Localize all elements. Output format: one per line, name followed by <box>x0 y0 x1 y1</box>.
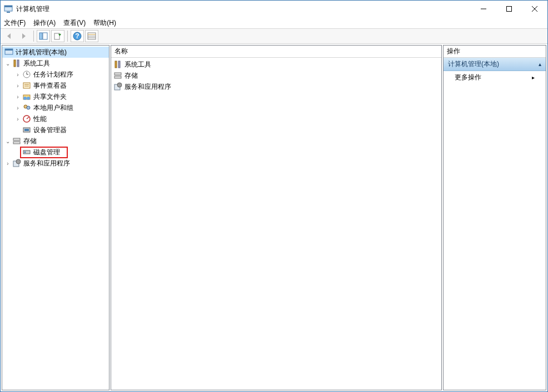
caret-collapsed-icon[interactable]: › <box>4 160 11 167</box>
content-area: 计算机管理(本地) ⌄ 系统工具 › 任务计划程序 › <box>1 44 547 391</box>
show-hide-tree-button[interactable] <box>37 30 50 42</box>
svg-rect-21 <box>14 60 16 67</box>
tree-item-label: 事件查看器 <box>32 81 68 91</box>
action-panel-header-label: 操作 <box>447 47 460 56</box>
storage-icon <box>113 71 122 80</box>
svg-marker-8 <box>22 33 26 39</box>
action-panel: 操作 计算机管理(本地) ▴ 更多操作 ▸ <box>443 45 546 390</box>
menu-file[interactable]: 文件(F) <box>4 18 26 28</box>
svg-text:?: ? <box>75 32 79 40</box>
services-apps-icon <box>113 82 122 91</box>
tree-root-item[interactable]: 计算机管理(本地) <box>2 47 109 58</box>
storage-icon <box>12 137 21 145</box>
help-button[interactable]: ? <box>71 30 84 42</box>
shared-folders-icon <box>22 92 31 101</box>
svg-rect-46 <box>114 73 121 75</box>
toolbar: ? <box>1 28 547 44</box>
collapse-caret-icon: ▴ <box>539 61 541 67</box>
list-column-header[interactable]: 名称 <box>111 46 441 58</box>
caret-collapsed-icon[interactable]: › <box>14 83 21 89</box>
svg-point-33 <box>27 106 30 109</box>
tree-item-services-apps[interactable]: › 服务和应用程序 <box>2 158 109 169</box>
svg-rect-38 <box>13 138 20 140</box>
action-section-label: 计算机管理(本地) <box>448 59 499 69</box>
tree-panel: 计算机管理(本地) ⌄ 系统工具 › 任务计划程序 › <box>2 45 109 390</box>
maximize-button[interactable] <box>496 1 522 17</box>
tree-item-shared-folders[interactable]: › 共享文件夹 <box>2 91 109 102</box>
menu-action[interactable]: 操作(A) <box>33 18 56 28</box>
action-panel-header: 操作 <box>444 46 546 58</box>
toolbar-separator <box>33 31 34 42</box>
svg-rect-45 <box>118 61 120 68</box>
list-item[interactable]: 服务和应用程序 <box>113 81 439 92</box>
users-groups-icon <box>22 103 31 112</box>
tree-item-label: 计算机管理(本地) <box>14 48 68 57</box>
svg-marker-7 <box>7 33 11 39</box>
performance-icon <box>22 114 31 123</box>
tree-item-local-users-groups[interactable]: › 本地用户和组 <box>2 102 109 113</box>
tree-item-disk-management[interactable]: 磁盘管理 <box>2 147 109 158</box>
grid-button[interactable] <box>85 30 98 42</box>
caret-collapsed-icon[interactable]: › <box>14 94 21 100</box>
caret-expanded-icon[interactable]: ⌄ <box>4 61 11 67</box>
caret-collapsed-icon[interactable]: › <box>14 72 21 78</box>
event-viewer-icon <box>22 81 31 90</box>
submenu-caret-icon: ▸ <box>532 74 535 81</box>
svg-rect-44 <box>115 61 117 68</box>
tree-item-label: 任务计划程序 <box>32 70 74 79</box>
minimize-button[interactable] <box>471 1 496 17</box>
window-title: 计算机管理 <box>16 4 471 14</box>
system-tools-icon <box>113 60 122 69</box>
svg-rect-47 <box>114 76 121 78</box>
tree-item-device-manager[interactable]: 设备管理器 <box>2 124 109 135</box>
column-name-label: 名称 <box>114 47 128 56</box>
tree-item-label: 设备管理器 <box>32 125 68 135</box>
svg-point-30 <box>23 97 27 100</box>
svg-rect-2 <box>7 12 10 13</box>
svg-rect-9 <box>39 33 42 39</box>
list-item[interactable]: 系统工具 <box>113 59 439 70</box>
disk-management-highlight: 磁盘管理 <box>20 147 68 158</box>
svg-rect-22 <box>17 60 19 67</box>
disk-management-icon <box>22 148 31 157</box>
svg-point-41 <box>24 152 26 153</box>
tree-item-label: 存储 <box>22 137 38 146</box>
title-bar: 计算机管理 <box>1 1 547 17</box>
list-item-label: 存储 <box>124 71 138 81</box>
back-button[interactable] <box>3 30 16 42</box>
caret-collapsed-icon[interactable]: › <box>14 105 21 111</box>
tree-item-label: 本地用户和组 <box>32 103 74 113</box>
caret-expanded-icon[interactable]: ⌄ <box>4 138 11 144</box>
tree-item-performance[interactable]: › 性能 <box>2 113 109 124</box>
tree-item-event-viewer[interactable]: › 事件查看器 <box>2 80 109 91</box>
tree-item-task-scheduler[interactable]: › 任务计划程序 <box>2 69 109 80</box>
list-item-label: 系统工具 <box>124 60 151 69</box>
tree-item-storage[interactable]: ⌄ 存储 <box>2 135 109 147</box>
action-more-actions[interactable]: 更多操作 ▸ <box>444 71 546 83</box>
action-section[interactable]: 计算机管理(本地) ▴ <box>444 58 546 71</box>
action-item-label: 更多操作 <box>455 73 481 82</box>
system-tools-icon <box>12 59 21 68</box>
svg-rect-1 <box>4 6 12 7</box>
computer-management-icon <box>4 48 13 57</box>
svg-point-43 <box>16 159 21 164</box>
list-item[interactable]: 存储 <box>113 70 439 81</box>
svg-rect-20 <box>5 49 13 51</box>
close-button[interactable] <box>522 1 547 17</box>
tree-item-label: 系统工具 <box>22 59 51 68</box>
services-apps-icon <box>12 159 21 168</box>
app-icon <box>4 4 13 13</box>
caret-collapsed-icon[interactable]: › <box>14 116 21 122</box>
list-body: 系统工具 存储 服务和应用程序 <box>111 58 441 390</box>
toolbar-separator <box>67 31 68 42</box>
menu-help[interactable]: 帮助(H) <box>93 18 116 28</box>
menu-view[interactable]: 查看(V) <box>63 18 86 28</box>
clock-icon <box>22 70 31 79</box>
list-item-label: 服务和应用程序 <box>124 82 171 92</box>
window-controls <box>471 1 547 17</box>
export-button[interactable] <box>51 30 64 42</box>
tree-item-label: 服务和应用程序 <box>22 159 71 168</box>
forward-button[interactable] <box>17 30 31 42</box>
list-panel: 名称 系统工具 存储 服务和应用程序 <box>111 45 442 390</box>
tree-item-system-tools[interactable]: ⌄ 系统工具 <box>2 58 109 69</box>
